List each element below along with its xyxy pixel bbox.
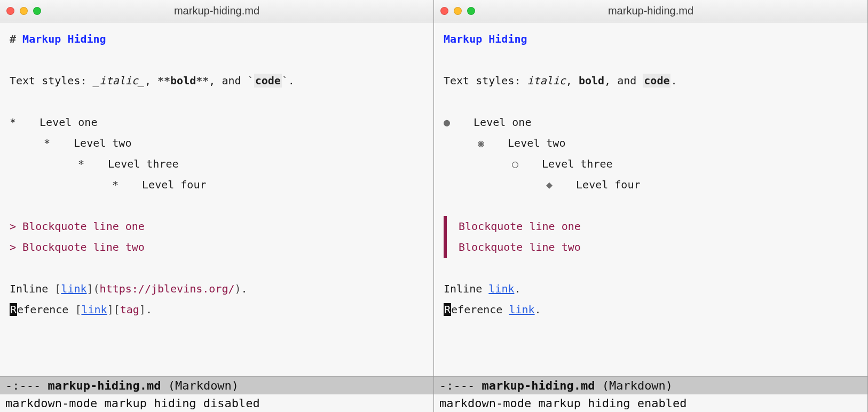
bullet-icon: * xyxy=(10,116,16,129)
text-styles-prefix: Text styles: xyxy=(10,74,93,87)
modeline-right[interactable]: -:--- markup-hiding.md (Markdown) xyxy=(434,376,867,394)
quote-text: Blockquote line two xyxy=(459,237,858,258)
window-right: markup-hiding.md Markup Hiding Text styl… xyxy=(434,0,868,412)
bullet-icon: ● xyxy=(444,116,450,129)
zoom-icon[interactable] xyxy=(33,7,41,15)
text-styles-line: Text styles: italic, bold, and code. xyxy=(444,70,858,91)
minibuffer-right[interactable]: markdown-mode markup hiding enabled xyxy=(434,394,867,412)
heading-hash: # xyxy=(10,33,16,45)
bold-close: ** xyxy=(196,74,209,87)
blank-line xyxy=(10,50,424,70)
bullet-icon: ◉ xyxy=(478,137,484,149)
list-label: Level one xyxy=(474,116,531,129)
list-item-4: *Level four xyxy=(10,175,424,195)
list-label: Level three xyxy=(108,157,178,170)
list-label: Level four xyxy=(142,178,206,191)
reference-link[interactable]: link xyxy=(509,303,534,316)
list-item-1: ●Level one xyxy=(444,112,858,133)
minibuffer-left[interactable]: markdown-mode markup hiding disabled xyxy=(0,394,433,412)
link-url: https://jblevins.org/ xyxy=(100,282,235,295)
list-label: Level one xyxy=(40,116,97,129)
code-text: code xyxy=(643,74,670,88)
quote-text: Blockquote line two xyxy=(22,241,145,253)
list-label: Level two xyxy=(74,137,131,149)
traffic-lights-left xyxy=(6,7,41,15)
inline-link[interactable]: link xyxy=(488,282,514,295)
bullet-icon: * xyxy=(112,178,119,191)
list-item-1: *Level one xyxy=(10,112,424,133)
major-mode: (Markdown) xyxy=(168,379,239,392)
reference-link-line: Reference link. xyxy=(444,299,858,320)
reference-link-line: Reference [link][tag]. xyxy=(10,299,424,320)
text-styles-line: Text styles: _italic_, **bold**, and `co… xyxy=(10,70,424,91)
inline-link-line: Inline [link](https://jblevins.org/). xyxy=(10,279,424,299)
text-styles-prefix: Text styles: xyxy=(444,74,527,87)
modeline-left[interactable]: -:--- markup-hiding.md (Markdown) xyxy=(0,376,433,394)
buffer-name: markup-hiding.md xyxy=(48,379,161,392)
blank-line xyxy=(444,50,858,70)
italic-open: _ xyxy=(93,74,100,87)
inline-link-line: Inline link. xyxy=(444,279,858,299)
quote-text: Blockquote line one xyxy=(22,220,145,233)
bold-text: bold xyxy=(579,74,604,87)
list-item-3: ○Level three xyxy=(444,154,858,175)
close-icon[interactable] xyxy=(440,7,448,15)
blank-line xyxy=(444,91,858,112)
reference-tag: tag xyxy=(120,303,139,316)
titlebar-right[interactable]: markup-hiding.md xyxy=(434,0,867,22)
blockquote-line-1: > Blockquote line one xyxy=(10,216,424,237)
window-title-left: markup-hiding.md xyxy=(6,5,427,17)
cursor: R xyxy=(10,303,17,316)
blank-line xyxy=(10,91,424,112)
traffic-lights-right xyxy=(440,7,475,15)
list-label: Level two xyxy=(508,137,565,149)
buffer-name: markup-hiding.md xyxy=(482,379,595,392)
blockquote-line-2: > Blockquote line two xyxy=(10,237,424,258)
window-title-right: markup-hiding.md xyxy=(440,5,861,17)
cursor: R xyxy=(444,303,451,316)
editor-left[interactable]: # Markup Hiding Text styles: _italic_, *… xyxy=(0,22,433,376)
heading-line: Markup Hiding xyxy=(444,29,858,50)
list-item-4: ◆Level four xyxy=(444,175,858,195)
window-left: markup-hiding.md # Markup Hiding Text st… xyxy=(0,0,434,412)
major-mode: (Markdown) xyxy=(602,379,673,392)
minimize-icon[interactable] xyxy=(20,7,28,15)
editor-right[interactable]: Markup Hiding Text styles: italic, bold,… xyxy=(434,22,867,376)
blank-line xyxy=(444,195,858,216)
list-item-2: ◉Level two xyxy=(444,133,858,154)
bullet-icon: * xyxy=(78,157,84,170)
heading-line: # Markup Hiding xyxy=(10,29,424,50)
bullet-icon: ◆ xyxy=(546,178,553,191)
code-close: ` xyxy=(282,74,288,87)
list-label: Level three xyxy=(542,157,612,170)
italic-text: italic xyxy=(527,74,566,87)
bold-text: bold xyxy=(170,74,196,87)
list-item-2: *Level two xyxy=(10,133,424,154)
code-text: code xyxy=(254,74,282,88)
bullet-icon: ○ xyxy=(512,157,518,170)
blank-line xyxy=(444,258,858,279)
quote-text: Blockquote line one xyxy=(459,216,858,237)
reference-link[interactable]: link xyxy=(81,303,107,316)
quote-marker: > xyxy=(10,241,16,253)
list-label: Level four xyxy=(576,178,640,191)
inline-link[interactable]: link xyxy=(61,282,86,295)
italic-text: italic xyxy=(100,74,138,87)
minimize-icon[interactable] xyxy=(454,7,462,15)
italic-close: _ xyxy=(138,74,145,87)
titlebar-left[interactable]: markup-hiding.md xyxy=(0,0,433,22)
zoom-icon[interactable] xyxy=(467,7,475,15)
blockquote: Blockquote line one Blockquote line two xyxy=(444,216,858,258)
bold-open: ** xyxy=(157,74,170,87)
blank-line xyxy=(10,195,424,216)
heading-text: Markup Hiding xyxy=(444,33,527,45)
quote-marker: > xyxy=(10,220,16,233)
heading-text: Markup Hiding xyxy=(22,33,106,45)
close-icon[interactable] xyxy=(6,7,14,15)
code-open: ` xyxy=(248,74,254,87)
bullet-icon: * xyxy=(44,137,50,149)
blank-line xyxy=(10,258,424,279)
list-item-3: *Level three xyxy=(10,154,424,175)
